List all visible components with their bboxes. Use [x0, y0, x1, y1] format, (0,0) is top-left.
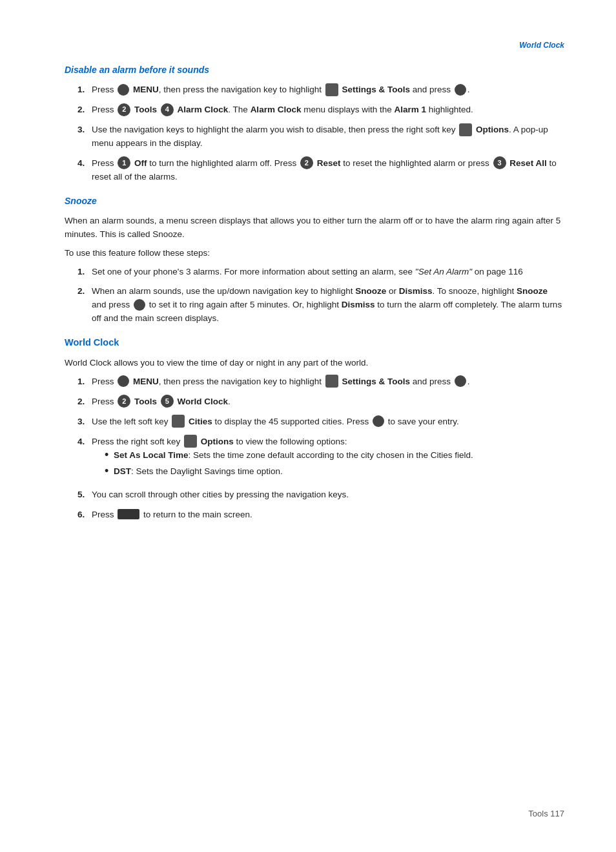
step-content: Use the navigation keys to highlight the… — [92, 123, 564, 151]
section1-title: Disable an alarm before it sounds — [65, 63, 564, 77]
num2b-icon: 2 — [300, 156, 313, 169]
step-num: 2. — [77, 103, 92, 117]
num2-icon: 2 — [118, 103, 130, 116]
menu-icon — [118, 84, 129, 96]
set-local-time-label: Set As Local Time — [114, 450, 189, 460]
page-header: World Clock — [65, 39, 564, 52]
settings-icon2 — [325, 375, 338, 388]
end-key-icon — [118, 509, 139, 519]
step-num: 6. — [77, 508, 92, 522]
dst-label: DST — [114, 466, 131, 476]
table-row: 2. Press 2 Tools 5 World Clock. — [77, 395, 564, 409]
section-disable-alarm: Disable an alarm before it sounds 1. Pre… — [65, 63, 564, 184]
ok-icon3 — [455, 375, 466, 387]
section2-title: Snooze — [65, 194, 564, 208]
step-num: 1. — [77, 83, 92, 97]
list-item: • DST: Sets the Daylight Savings time op… — [105, 465, 564, 478]
step-num: 1. — [77, 265, 92, 279]
world-clock-label: World Clock — [178, 397, 229, 406]
ok-icon2 — [134, 299, 145, 311]
step-content: Press to return to the main screen. — [92, 508, 564, 522]
num2c-icon: 2 — [118, 395, 130, 408]
step-num: 2. — [77, 285, 92, 298]
step-content: Press MENU, then press the navigation ke… — [92, 83, 564, 97]
bullet-content: Set As Local Time: Sets the time zone de… — [114, 449, 473, 462]
table-row: 6. Press to return to the main screen. — [77, 508, 564, 522]
menu-label2: MENU — [133, 377, 159, 386]
cities-label: Cities — [189, 417, 212, 426]
options-label: Options — [476, 125, 509, 134]
options-list: • Set As Local Time: Sets the time zone … — [105, 449, 564, 479]
menu-label: MENU — [133, 85, 159, 94]
cities-sq-icon — [172, 415, 185, 428]
table-row: 2. When an alarm sounds, use the up/down… — [77, 285, 564, 326]
section-snooze: Snooze When an alarm sounds, a menu scre… — [65, 194, 564, 326]
tools-label: Tools — [134, 105, 157, 114]
step-content: Press 2 Tools 5 World Clock. — [92, 395, 564, 409]
list-item: • Set As Local Time: Sets the time zone … — [105, 449, 564, 462]
section-world-clock: World Clock World Clock allows you to vi… — [65, 336, 564, 522]
table-row: 4. Press 1 Off to turn the highlighted a… — [77, 157, 564, 184]
table-row: 2. Press 2 Tools 4 Alarm Clock. The Alar… — [77, 103, 564, 117]
snooze-intro1: When an alarm sounds, a menu screen disp… — [65, 214, 564, 242]
bullet-content: DST: Sets the Daylight Savings time opti… — [114, 465, 283, 478]
table-row: 3. Use the navigation keys to highlight … — [77, 123, 564, 151]
snooze-label2: Snooze — [517, 286, 548, 296]
table-row: 4. Press the right soft key Options to v… — [77, 435, 564, 482]
dismiss-label: Dismiss — [399, 286, 433, 296]
table-row: 5. You can scroll through other cities b… — [77, 488, 564, 502]
step-num: 5. — [77, 488, 92, 502]
step-content: Press 2 Tools 4 Alarm Clock. The Alarm C… — [92, 103, 564, 117]
step-num: 4. — [77, 435, 92, 449]
dismiss-label2: Dismiss — [342, 300, 375, 309]
reset-label: Reset — [317, 158, 341, 168]
step-content: Press MENU, then press the navigation ke… — [92, 375, 564, 389]
step-num: 4. — [77, 157, 92, 171]
step-num: 1. — [77, 375, 92, 389]
table-row: 1. Press MENU, then press the navigation… — [77, 83, 564, 97]
step-num: 2. — [77, 395, 92, 409]
num1-icon: 1 — [118, 156, 130, 169]
step-content: Use the left soft key Cities to display … — [92, 415, 564, 429]
step-content: Press 1 Off to turn the highlighted alar… — [92, 157, 564, 184]
set-alarm-ref: "Set An Alarm" — [415, 267, 472, 276]
reset-all-label: Reset All — [509, 158, 546, 168]
alarm-clock-label2: Alarm Clock — [251, 105, 302, 114]
step-content: You can scroll through other cities by p… — [92, 488, 564, 502]
off-label: Off — [134, 158, 147, 168]
alarm1-label: Alarm 1 — [394, 105, 426, 114]
num4-icon: 4 — [161, 103, 174, 116]
num3-icon: 3 — [493, 156, 506, 169]
header-text: World Clock — [519, 41, 564, 50]
settings-tools-label: Settings & Tools — [342, 85, 410, 94]
section3-steps: 1. Press MENU, then press the navigation… — [77, 375, 564, 522]
section3-title: World Clock — [65, 336, 564, 350]
bullet-icon: • — [105, 449, 114, 462]
bullet-icon: • — [105, 465, 114, 478]
table-row: 3. Use the left soft key Cities to displ… — [77, 415, 564, 429]
section1-steps: 1. Press MENU, then press the navigation… — [77, 83, 564, 184]
step-content: Set one of your phone's 3 alarms. For mo… — [92, 265, 564, 279]
menu-icon2 — [118, 375, 129, 387]
ok-icon4 — [373, 415, 384, 427]
settings-icon — [325, 83, 338, 96]
table-row: 1. Press MENU, then press the navigation… — [77, 375, 564, 389]
section2-steps: 1. Set one of your phone's 3 alarms. For… — [77, 265, 564, 326]
step-content: When an alarm sounds, use the up/down na… — [92, 285, 564, 326]
options-sq-icon — [459, 123, 472, 136]
options-sq-icon2 — [184, 435, 197, 448]
step-num: 3. — [77, 123, 92, 137]
snooze-label: Snooze — [355, 286, 386, 296]
ok-icon — [455, 84, 466, 96]
step-num: 3. — [77, 415, 92, 429]
tools-label2: Tools — [134, 397, 157, 406]
num5-icon: 5 — [161, 395, 174, 408]
alarm-clock-label: Alarm Clock — [178, 105, 229, 114]
options-label2: Options — [201, 437, 234, 446]
world-clock-intro: World Clock allows you to view the time … — [65, 357, 564, 370]
settings-tools-label2: Settings & Tools — [342, 377, 410, 386]
step-content: Press the right soft key Options to view… — [92, 435, 564, 482]
snooze-intro2: To use this feature follow these steps: — [65, 247, 564, 260]
page-footer: Tools 117 — [528, 807, 564, 820]
table-row: 1. Set one of your phone's 3 alarms. For… — [77, 265, 564, 279]
